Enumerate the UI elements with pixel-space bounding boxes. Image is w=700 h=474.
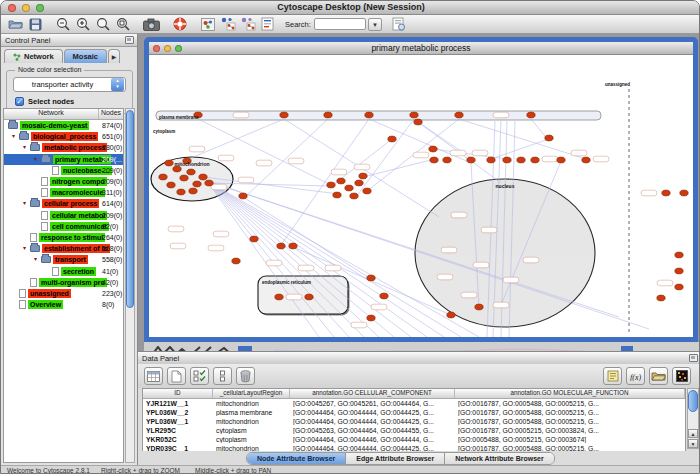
table-cell[interactable]: [GO:0045263, GO:0044464, GO:0044455, G..… — [290, 427, 455, 434]
import-attributes-icon[interactable] — [649, 367, 668, 385]
network-node[interactable] — [289, 243, 297, 249]
table-row[interactable]: YKR052Ccytoplasm[GO:0044464, GO:0044446,… — [143, 435, 685, 444]
column-header-cellular-component[interactable]: annotation.GO CELLULAR_COMPONENT — [290, 389, 455, 398]
table-cell[interactable]: YJR121W__1 — [143, 400, 213, 407]
table-cell[interactable]: [GO:0005488, GO:0005215, GO:0003674] — [455, 436, 685, 443]
matrix-heatmap-icon[interactable] — [672, 367, 691, 385]
network-edge[interactable] — [363, 159, 435, 177]
network-node[interactable] — [345, 185, 353, 191]
network-node[interactable] — [367, 315, 375, 321]
layout-network-icon-b[interactable] — [239, 16, 256, 32]
table-cell[interactable]: cytoplasm — [213, 427, 290, 434]
network-node[interactable] — [675, 252, 683, 258]
tab-overflow-icon[interactable]: ▶ — [108, 49, 120, 63]
network-node[interactable] — [475, 304, 483, 310]
network-node[interactable] — [232, 258, 240, 264]
float-data-panel-icon[interactable] — [689, 354, 698, 362]
attribute-table-icon[interactable] — [144, 367, 163, 385]
network-node[interactable] — [414, 119, 422, 125]
network-node[interactable] — [455, 112, 463, 118]
network-node[interactable] — [365, 112, 373, 118]
network-node[interactable] — [337, 178, 345, 184]
network-node[interactable] — [363, 188, 371, 194]
tree-row[interactable]: nitrogen compo209(0) — [4, 176, 123, 187]
network-node[interactable] — [189, 188, 197, 194]
tree-row[interactable]: response to stimul264(0) — [4, 232, 123, 243]
table-cell[interactable]: [GO:0016787, GO:0005488, GO:0005215, G..… — [455, 409, 685, 416]
expand-arrow-icon[interactable]: ▾ — [23, 144, 30, 151]
expand-arrow-icon[interactable]: ▾ — [23, 200, 30, 207]
network-node[interactable] — [333, 192, 341, 198]
tree-row-label[interactable]: mosaic-demo-yeast — [20, 121, 89, 130]
open-icon[interactable] — [7, 16, 24, 32]
table-cell[interactable]: mitochondrion — [213, 418, 290, 425]
network-node[interactable] — [199, 174, 207, 180]
tree-row-label[interactable]: biological_process — [31, 132, 98, 141]
layout-network-icon-a[interactable] — [219, 16, 236, 32]
network-node[interactable] — [443, 157, 451, 163]
network-node[interactable] — [582, 157, 590, 163]
network-node[interactable] — [447, 312, 455, 318]
tree-row-label[interactable]: macromolecule — [50, 188, 105, 197]
import-icon[interactable] — [390, 16, 407, 32]
table-scrollbar[interactable]: ▲ ▼ — [687, 388, 699, 449]
tree-row[interactable]: ▾primary metabol209(... — [4, 154, 123, 165]
tree-row[interactable]: secretion41(0) — [4, 265, 123, 276]
tree-row-label[interactable]: cellular metabol — [50, 211, 107, 220]
table-cell[interactable]: YPL036W__1 — [143, 418, 213, 425]
tree-row-label[interactable]: cellular process — [42, 199, 99, 208]
network-node[interactable] — [380, 293, 388, 299]
select-nodes-checkbox[interactable]: ✓ Select nodes — [15, 97, 74, 106]
table-cell[interactable]: [GO:0044464, GO:0044446, GO:0044444, G..… — [290, 436, 455, 443]
network-node[interactable] — [662, 190, 670, 196]
network-node[interactable] — [350, 193, 358, 199]
network-node[interactable] — [680, 190, 688, 196]
expand-arrow-icon[interactable]: ▾ — [12, 133, 19, 140]
tree-row[interactable]: macromolecule311(0) — [4, 187, 123, 198]
tree-row[interactable]: multi-organism pro42(0) — [4, 277, 123, 288]
network-node[interactable] — [557, 157, 565, 163]
network-node[interactable] — [359, 173, 367, 179]
network-node[interactable] — [187, 169, 195, 175]
network-view-titlebar[interactable]: primary metabolic process — [149, 42, 693, 55]
attribute-notes-icon[interactable] — [603, 367, 622, 385]
network-node[interactable] — [487, 157, 495, 163]
network-node[interactable] — [410, 112, 418, 118]
table-cell[interactable]: [GO:0045267, GO:0045261, GO:0044464, G..… — [290, 400, 455, 407]
tree-row[interactable]: ▾biological_process651(0) — [4, 131, 123, 142]
zoom-out-icon[interactable] — [55, 16, 72, 32]
tab-mosaic[interactable]: Mosaic — [64, 49, 107, 63]
network-node[interactable] — [167, 182, 175, 188]
network-node[interactable] — [165, 160, 173, 166]
help-icon[interactable] — [171, 16, 188, 32]
tree-column-nodes[interactable]: Nodes — [99, 109, 123, 119]
network-node[interactable] — [430, 157, 438, 163]
tree-row-label[interactable]: Overview — [28, 300, 63, 309]
tree-scrollbar-thumb[interactable] — [126, 110, 134, 308]
snapshot-icon[interactable] — [143, 16, 160, 32]
tree-row[interactable]: mosaic-demo-yeast874(0) — [4, 120, 123, 131]
table-row[interactable]: YPL036W__1mitochondrion[GO:0044464, GO:0… — [143, 417, 685, 426]
network-node[interactable] — [324, 112, 332, 118]
unselect-attributes-icon[interactable] — [213, 367, 232, 385]
tree-row[interactable]: Overview8(0) — [4, 299, 123, 310]
tree-row[interactable]: ▾establishment of lo558(0) — [4, 243, 123, 254]
table-row[interactable]: YJR121W__1mitochondrion[GO:0045267, GO:0… — [143, 399, 685, 408]
table-cell[interactable]: YLR295C — [143, 427, 213, 434]
table-row[interactable]: YLR295Ccytoplasm[GO:0045263, GO:0044464,… — [143, 426, 685, 435]
scroll-down-icon[interactable]: ▼ — [688, 439, 698, 448]
tree-row[interactable]: cell communicat22(0) — [4, 221, 123, 232]
tree-row[interactable]: ▾metabolic process280(0) — [4, 142, 123, 153]
table-scrollbar-thumb[interactable] — [688, 390, 698, 412]
image-icon[interactable] — [199, 16, 216, 32]
network-edge[interactable] — [184, 119, 284, 161]
tree-row-label[interactable]: transport — [53, 255, 88, 264]
tree-row-label[interactable]: response to stimul — [39, 233, 105, 242]
network-node[interactable] — [527, 112, 535, 118]
table-cell[interactable]: cytoplasm — [213, 436, 290, 443]
network-node[interactable] — [280, 112, 288, 118]
function-builder-icon[interactable]: f(x) — [626, 367, 645, 385]
network-node[interactable] — [193, 181, 201, 187]
table-cell[interactable]: mitochondrion — [213, 400, 290, 407]
tree-row[interactable]: unassigned223(0) — [4, 288, 123, 299]
